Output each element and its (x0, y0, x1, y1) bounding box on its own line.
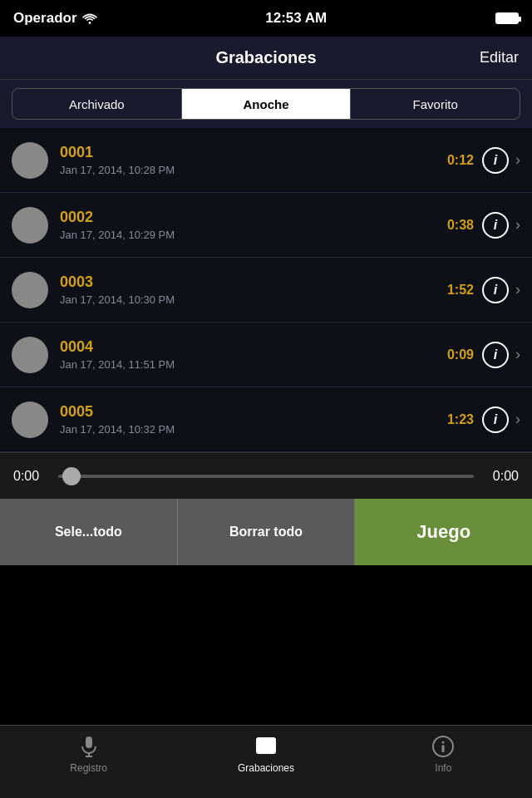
tab-grabaciones[interactable]: Grabaciones (177, 734, 354, 774)
svg-rect-6 (260, 744, 272, 746)
segment-favorito[interactable]: Favorito (351, 89, 520, 119)
info-button-0004[interactable]: i (482, 342, 509, 368)
tab-registro[interactable]: Registro (0, 734, 177, 774)
delete-all-button[interactable]: Borrar todo (178, 499, 356, 565)
playback-bar: 0:00 0:00 (0, 452, 532, 499)
play-button-0002[interactable] (12, 207, 48, 244)
slider-thumb[interactable] (62, 467, 81, 485)
nav-title: Grabaciones (215, 48, 316, 67)
svg-rect-1 (86, 736, 92, 748)
recording-duration-0001: 0:12 (441, 153, 474, 168)
status-carrier: Operador (13, 10, 97, 27)
recording-date-0005: Jan 17, 2014, 10:32 PM (60, 423, 441, 436)
svg-point-0 (88, 22, 91, 24)
svg-rect-7 (260, 747, 268, 749)
chevron-icon-0004: › (515, 346, 520, 363)
wifi-icon (82, 12, 97, 24)
recording-info-0003: 0003 Jan 17, 2014, 10:30 PM (60, 273, 441, 306)
status-bar: Operador 12:53 AM (0, 0, 532, 37)
tab-info-label: Info (435, 762, 451, 774)
playback-slider[interactable] (58, 475, 474, 478)
recording-item[interactable]: 0001 Jan 17, 2014, 10:28 PM 0:12 i › (0, 128, 532, 193)
recording-info-0002: 0002 Jan 17, 2014, 10:29 PM (60, 209, 441, 241)
segment-archivado[interactable]: Archivado (12, 89, 182, 119)
edit-button[interactable]: Editar (480, 49, 519, 66)
recording-item[interactable]: 0002 Jan 17, 2014, 10:29 PM 0:38 i › (0, 193, 532, 258)
recording-info-0005: 0005 Jan 17, 2014, 10:32 PM (60, 403, 441, 436)
chevron-icon-0001: › (515, 151, 520, 169)
recording-name-0004: 0004 (60, 338, 441, 356)
current-time: 0:00 (13, 469, 48, 484)
play-button-0003[interactable] (12, 272, 48, 308)
tab-grabaciones-label: Grabaciones (238, 762, 294, 774)
segment-anoche[interactable]: Anoche (182, 89, 352, 119)
play-button-0005[interactable] (12, 401, 48, 438)
info-button-0001[interactable]: i (482, 147, 509, 174)
svg-rect-11 (442, 745, 445, 752)
recording-item[interactable]: 0003 Jan 17, 2014, 10:30 PM 1:52 i › (0, 258, 532, 323)
play-all-button[interactable]: Juego (355, 499, 532, 565)
recording-duration-0005: 1:23 (441, 412, 474, 427)
recording-item[interactable]: 0005 Jan 17, 2014, 10:32 PM 1:23 i › (0, 387, 532, 452)
battery-icon (495, 12, 519, 24)
recording-info-0001: 0001 Jan 17, 2014, 10:28 PM (60, 144, 441, 176)
tab-info[interactable]: Info (355, 734, 532, 774)
svg-point-10 (442, 741, 445, 744)
recording-name-0005: 0005 (60, 403, 441, 421)
recording-name-0001: 0001 (60, 144, 441, 161)
info-button-0002[interactable]: i (482, 212, 509, 239)
recording-duration-0002: 0:38 (441, 218, 474, 233)
recordings-icon (254, 734, 278, 759)
recording-item[interactable]: 0004 Jan 17, 2014, 11:51 PM 0:09 i › (0, 323, 532, 387)
nav-bar: Grabaciones Editar (0, 37, 532, 80)
play-button-0001[interactable] (12, 142, 48, 179)
tab-bar: Registro Grabaciones Info (0, 725, 532, 798)
chevron-icon-0003: › (515, 281, 520, 298)
recording-info-0004: 0004 Jan 17, 2014, 11:51 PM (60, 338, 441, 371)
recording-duration-0003: 1:52 (441, 283, 474, 298)
tab-registro-label: Registro (70, 762, 107, 774)
status-battery-area (495, 12, 519, 24)
segment-control: Archivado Anoche Favorito (12, 88, 520, 120)
chevron-icon-0005: › (515, 411, 520, 428)
action-bar: Sele...todo Borrar todo Juego (0, 499, 532, 565)
recording-date-0003: Jan 17, 2014, 10:30 PM (60, 293, 441, 306)
recording-name-0003: 0003 (60, 273, 441, 291)
info-tab-icon (431, 734, 456, 759)
select-all-button[interactable]: Sele...todo (0, 499, 178, 565)
recording-duration-0004: 0:09 (441, 347, 474, 362)
recording-date-0001: Jan 17, 2014, 10:28 PM (60, 164, 441, 176)
recording-date-0004: Jan 17, 2014, 11:51 PM (60, 358, 441, 371)
status-time: 12:53 AM (265, 10, 327, 27)
total-time: 0:00 (484, 469, 519, 484)
recording-date-0002: Jan 17, 2014, 10:29 PM (60, 229, 441, 241)
recording-name-0002: 0002 (60, 209, 441, 226)
chevron-icon-0002: › (515, 216, 520, 234)
microphone-icon (76, 734, 101, 759)
info-button-0003[interactable]: i (482, 277, 509, 303)
recordings-list: 0001 Jan 17, 2014, 10:28 PM 0:12 i › 000… (0, 128, 532, 452)
segment-container: Archivado Anoche Favorito (0, 80, 532, 128)
svg-rect-8 (260, 751, 270, 752)
info-button-0005[interactable]: i (482, 406, 509, 433)
play-button-0004[interactable] (12, 337, 48, 373)
